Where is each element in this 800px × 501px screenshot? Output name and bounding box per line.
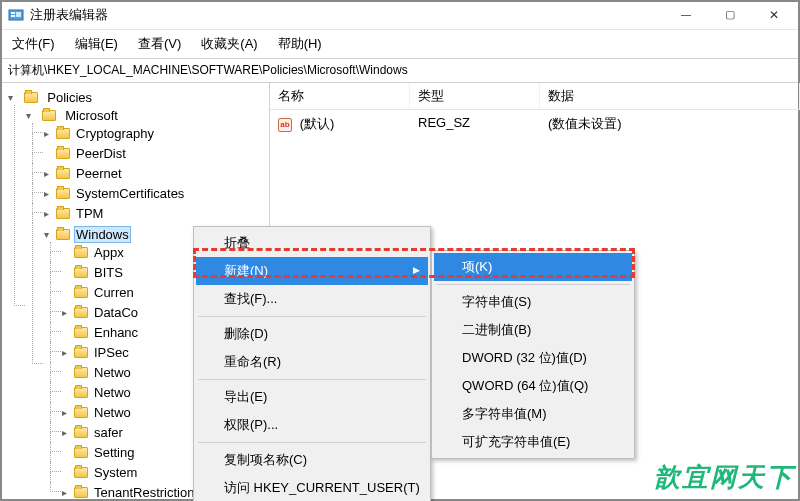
tree-node-label: TPM [74, 206, 105, 221]
tree-node-label: TenantRestriction [92, 485, 196, 500]
folder-icon [56, 148, 70, 159]
folder-icon [56, 188, 70, 199]
ctx-new-key[interactable]: 项(K) [434, 253, 632, 281]
folder-icon [74, 427, 88, 438]
col-type[interactable]: 类型 [410, 83, 540, 109]
tree-node[interactable]: PeerDist [44, 143, 269, 163]
ctx-new[interactable]: 新建(N) [196, 257, 428, 285]
expander-icon[interactable] [62, 487, 72, 498]
tree-node[interactable]: SystemCertificates [44, 183, 269, 203]
folder-icon [24, 92, 38, 103]
tree-node-label: BITS [92, 265, 125, 280]
expander-icon[interactable] [44, 208, 54, 219]
expander-icon[interactable] [44, 168, 54, 179]
ctx-new-multi[interactable]: 多字符串值(M) [434, 400, 632, 428]
tree-node-label: Netwo [92, 365, 133, 380]
ctx-copy-key-name[interactable]: 复制项名称(C) [196, 446, 428, 474]
tree-node-label: System [92, 465, 139, 480]
folder-icon [74, 487, 88, 498]
context-menu-new: 项(K) 字符串值(S) 二进制值(B) DWORD (32 位)值(D) QW… [431, 250, 635, 459]
col-data[interactable]: 数据 [540, 83, 800, 109]
folder-icon [74, 307, 88, 318]
tree-node-label: safer [92, 425, 125, 440]
tree-node-label: Windows [74, 226, 131, 243]
folder-icon [74, 367, 88, 378]
expander-icon[interactable] [62, 307, 72, 318]
folder-icon [74, 287, 88, 298]
ctx-new-binary[interactable]: 二进制值(B) [434, 316, 632, 344]
tree-node-label: Peernet [74, 166, 124, 181]
folder-icon [74, 407, 88, 418]
folder-icon [74, 347, 88, 358]
tree-node-label: Netwo [92, 405, 133, 420]
expander-icon[interactable] [26, 110, 36, 121]
tree-node-label: Setting [92, 445, 136, 460]
ctx-separator [198, 442, 426, 443]
folder-icon [74, 267, 88, 278]
ctx-separator [198, 379, 426, 380]
expander-icon[interactable] [44, 188, 54, 199]
folder-icon [56, 229, 70, 240]
list-header: 名称 类型 数据 [270, 83, 800, 110]
folder-icon [56, 208, 70, 219]
tree-node[interactable]: TPM [44, 203, 269, 223]
expander-icon[interactable] [62, 407, 72, 418]
ctx-separator [198, 316, 426, 317]
tree-node-label: IPSec [92, 345, 131, 360]
ctx-new-qword[interactable]: QWORD (64 位)值(Q) [434, 372, 632, 400]
folder-icon [74, 327, 88, 338]
tree-node-label: Curren [92, 285, 136, 300]
expander-icon[interactable] [62, 347, 72, 358]
expander-icon[interactable] [62, 427, 72, 438]
ctx-new-string[interactable]: 字符串值(S) [434, 288, 632, 316]
tree-node-label: SystemCertificates [74, 186, 186, 201]
tree-node-label: Netwo [92, 385, 133, 400]
col-name[interactable]: 名称 [270, 83, 410, 109]
tree-node[interactable]: Peernet [44, 163, 269, 183]
tree-node-label: PeerDist [74, 146, 128, 161]
folder-icon [56, 168, 70, 179]
tree-node-label: Appx [92, 245, 126, 260]
ctx-separator [436, 284, 630, 285]
folder-icon [74, 447, 88, 458]
ctx-permissions[interactable]: 权限(P)... [196, 411, 428, 439]
watermark: 歆宜网天下 [654, 460, 794, 495]
ctx-rename[interactable]: 重命名(R) [196, 348, 428, 376]
value-name: (默认) [300, 116, 335, 131]
folder-icon [56, 128, 70, 139]
folder-icon [42, 110, 56, 121]
expander-icon[interactable] [44, 128, 54, 139]
list-row[interactable]: ab (默认) REG_SZ (数值未设置) [270, 110, 800, 138]
tree-node-label: DataCo [92, 305, 140, 320]
folder-icon [74, 387, 88, 398]
tree-node-label: Cryptography [74, 126, 156, 141]
string-value-icon: ab [278, 118, 292, 132]
expander-icon[interactable] [44, 229, 54, 240]
ctx-export[interactable]: 导出(E) [196, 383, 428, 411]
tree-node-label: Enhanc [92, 325, 140, 340]
folder-icon [74, 247, 88, 258]
folder-icon [74, 467, 88, 478]
ctx-collapse[interactable]: 折叠 [196, 229, 428, 257]
ctx-new-dword[interactable]: DWORD (32 位)值(D) [434, 344, 632, 372]
context-menu-key: 折叠 新建(N) 查找(F)... 删除(D) 重命名(R) 导出(E) 权限(… [193, 226, 431, 501]
value-data: (数值未设置) [540, 113, 800, 135]
ctx-new-expand[interactable]: 可扩充字符串值(E) [434, 428, 632, 456]
ctx-goto-hkcu[interactable]: 访问 HKEY_CURRENT_USER(T) [196, 474, 428, 501]
ctx-delete[interactable]: 删除(D) [196, 320, 428, 348]
expander-icon[interactable] [8, 92, 18, 103]
value-type: REG_SZ [410, 113, 540, 135]
ctx-find[interactable]: 查找(F)... [196, 285, 428, 313]
tree-node[interactable]: Cryptography [44, 123, 269, 143]
